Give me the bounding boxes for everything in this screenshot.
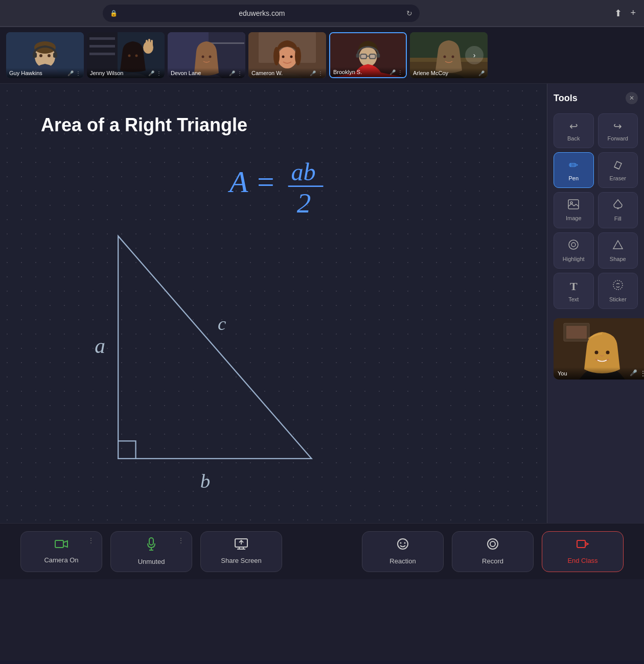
participant-icons: 🎤 ⋮ bbox=[67, 70, 81, 76]
tool-image-button[interactable]: Image bbox=[554, 192, 594, 228]
tool-text-button[interactable]: T Text bbox=[554, 273, 594, 309]
new-tab-icon[interactable]: + bbox=[630, 8, 636, 19]
svg-point-82 bbox=[404, 542, 406, 544]
svg-point-35 bbox=[282, 56, 285, 58]
mic-button-icon bbox=[147, 537, 156, 554]
svg-rect-60 bbox=[568, 200, 579, 209]
svg-rect-72 bbox=[55, 540, 63, 548]
refresh-icon[interactable]: ↻ bbox=[406, 9, 412, 17]
svg-text:a: a bbox=[95, 334, 105, 358]
more-icon[interactable]: ⋮ bbox=[156, 70, 162, 76]
tool-highlight-button[interactable]: Highlight bbox=[554, 232, 594, 269]
participant-name-bar: Guy Hawkins 🎤 ⋮ bbox=[6, 68, 84, 78]
svg-rect-5 bbox=[53, 53, 57, 58]
record-button[interactable]: Record bbox=[452, 531, 534, 572]
tool-image-label: Image bbox=[566, 215, 582, 221]
participants-strip: Guy Hawkins 🎤 ⋮ bbox=[0, 27, 644, 84]
bottom-toolbar: ⋮ Camera On ⋮ Unmuted Share Screen bbox=[0, 523, 644, 579]
camera-icon bbox=[55, 539, 68, 552]
participant-tile[interactable]: Guy Hawkins 🎤 ⋮ bbox=[6, 32, 84, 78]
svg-rect-20 bbox=[151, 40, 153, 47]
reaction-button[interactable]: Reaction bbox=[362, 531, 444, 572]
participant-tile[interactable]: Devon Lane 🎤 ⋮ bbox=[168, 32, 245, 78]
camera-label: Camera On bbox=[44, 556, 78, 564]
participant-tile[interactable]: Arlene McCoy 🎤 › bbox=[410, 32, 488, 78]
more-icon[interactable]: ⋮ bbox=[398, 69, 403, 75]
tool-shape-button[interactable]: Shape bbox=[598, 232, 638, 269]
whiteboard[interactable]: Area of a Right Triangle A = ab 2 a bbox=[0, 84, 547, 523]
svg-text:ab: ab bbox=[291, 158, 315, 185]
tool-eraser-button[interactable]: Eraser bbox=[598, 152, 638, 188]
share-screen-label: Share Screen bbox=[221, 557, 262, 564]
svg-rect-4 bbox=[33, 53, 37, 58]
svg-rect-41 bbox=[370, 54, 376, 59]
svg-rect-40 bbox=[360, 54, 366, 59]
svg-point-34 bbox=[295, 47, 301, 65]
highlight-icon bbox=[568, 239, 579, 253]
svg-rect-19 bbox=[148, 39, 150, 47]
tool-back-button[interactable]: ↩ Back bbox=[554, 113, 594, 148]
share-icon[interactable]: ⬆ bbox=[614, 8, 622, 19]
tool-fill-button[interactable]: Fill bbox=[598, 192, 638, 228]
your-video-icons: 🎤 ⋮ bbox=[630, 369, 644, 377]
tool-eraser-label: Eraser bbox=[610, 175, 626, 181]
tool-forward-button[interactable]: ↪ Forward bbox=[598, 113, 638, 148]
lock-icon: 🔒 bbox=[110, 10, 118, 17]
more-icon[interactable]: ⋮ bbox=[237, 70, 242, 76]
url-text: eduwerks.com bbox=[122, 9, 402, 17]
svg-text:2: 2 bbox=[297, 187, 311, 219]
share-screen-button[interactable]: Share Screen bbox=[200, 531, 282, 572]
record-label: Record bbox=[482, 557, 503, 565]
app-container: Guy Hawkins 🎤 ⋮ bbox=[0, 27, 644, 660]
browser-top-bar: 🔒 eduwerks.com ↻ ⬆ + bbox=[0, 0, 644, 27]
svg-point-71 bbox=[606, 351, 610, 354]
participant-name-bar: Arlene McCoy 🎤 bbox=[410, 68, 488, 78]
participant-tile[interactable]: Brooklyn S. 🎤 ⋮ bbox=[329, 32, 407, 78]
svg-point-62 bbox=[569, 240, 578, 249]
tool-shape-label: Shape bbox=[610, 256, 626, 262]
svg-point-6 bbox=[39, 54, 42, 57]
svg-point-26 bbox=[202, 56, 204, 58]
tools-header: Tools ✕ bbox=[554, 92, 638, 104]
participant-icons: 🎤 ⋮ bbox=[310, 70, 323, 76]
svg-rect-43 bbox=[356, 54, 360, 58]
participant-name: Arlene McCoy bbox=[413, 70, 448, 76]
mic-label: Unmuted bbox=[138, 558, 165, 565]
mic-more-icon[interactable]: ⋮ bbox=[177, 537, 185, 544]
participant-name-bar: Jenny Wilson 🎤 ⋮ bbox=[87, 68, 165, 78]
browser-chrome: 🔒 eduwerks.com ↻ ⬆ + bbox=[0, 0, 644, 27]
participant-tile[interactable]: Jenny Wilson 🎤 ⋮ bbox=[87, 32, 165, 78]
svg-point-32 bbox=[278, 47, 297, 68]
reaction-icon bbox=[397, 538, 409, 553]
mic-icon: 🎤 bbox=[229, 70, 235, 76]
forward-icon: ↪ bbox=[613, 120, 622, 132]
address-bar[interactable]: 🔒 eduwerks.com ↻ bbox=[103, 5, 420, 22]
mic-button[interactable]: ⋮ Unmuted bbox=[110, 531, 192, 572]
svg-rect-10 bbox=[89, 37, 115, 40]
tool-fill-label: Fill bbox=[614, 216, 622, 222]
pen-icon: ✏ bbox=[569, 159, 578, 172]
tool-pen-button[interactable]: ✏ Pen bbox=[554, 152, 594, 188]
next-participants-button[interactable]: › bbox=[465, 46, 484, 64]
participant-name: Brooklyn S. bbox=[333, 69, 362, 75]
tool-back-label: Back bbox=[567, 135, 580, 141]
mic-icon: 🎤 bbox=[67, 70, 74, 76]
svg-rect-12 bbox=[89, 53, 115, 55]
end-class-button[interactable]: End Class bbox=[542, 531, 624, 572]
svg-point-81 bbox=[400, 542, 402, 544]
camera-more-icon[interactable]: ⋮ bbox=[87, 537, 95, 544]
tool-sticker-button[interactable]: Sticker bbox=[598, 273, 638, 309]
sticker-icon bbox=[612, 279, 624, 293]
svg-rect-67 bbox=[566, 326, 587, 339]
svg-point-63 bbox=[571, 243, 576, 247]
your-more-icon[interactable]: ⋮ bbox=[639, 369, 644, 377]
more-icon[interactable]: ⋮ bbox=[318, 70, 323, 76]
participant-tile[interactable]: Cameron W. 🎤 ⋮ bbox=[248, 32, 326, 78]
shape-icon bbox=[612, 239, 624, 253]
camera-button[interactable]: ⋮ Camera On bbox=[20, 531, 102, 572]
participant-icons: 🎤 ⋮ bbox=[148, 70, 162, 76]
more-icon[interactable]: ⋮ bbox=[76, 70, 81, 76]
tools-close-button[interactable]: ✕ bbox=[626, 92, 638, 104]
svg-point-64 bbox=[613, 280, 623, 290]
reaction-label: Reaction bbox=[389, 557, 416, 565]
